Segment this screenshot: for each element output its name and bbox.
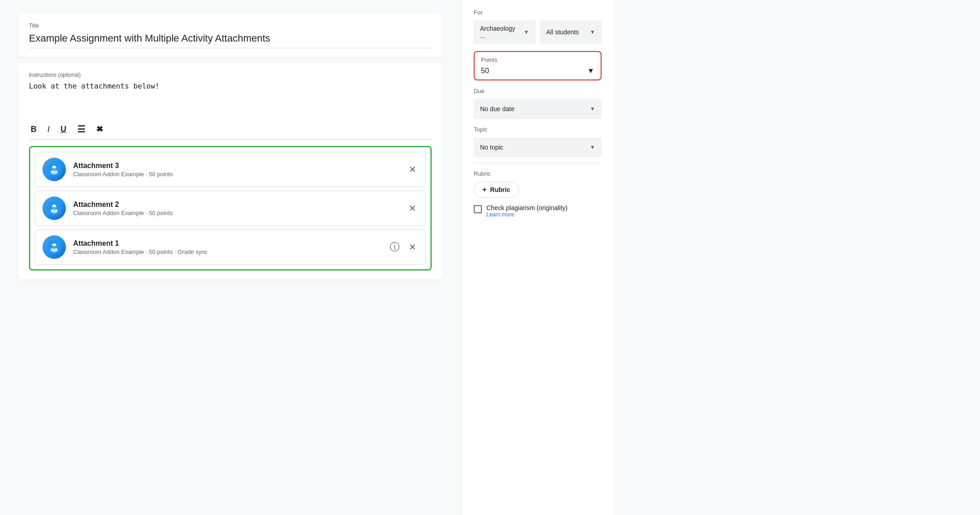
attachment-3-actions: ✕ bbox=[407, 163, 418, 176]
class-select[interactable]: Archaeology ... ▼ bbox=[474, 20, 536, 44]
title-label: Title bbox=[29, 23, 432, 29]
attachment-3-sub: Classroom Addon Example · 50 points bbox=[73, 171, 400, 178]
svg-point-11 bbox=[54, 208, 55, 209]
info-attachment-1-button[interactable]: ⓘ bbox=[388, 240, 401, 254]
for-label: For bbox=[474, 9, 602, 16]
class-value: Archaeology ... bbox=[480, 25, 520, 39]
addon-icon-3 bbox=[42, 158, 66, 181]
addon-icon-2 bbox=[42, 197, 66, 220]
divider-1 bbox=[474, 163, 602, 163]
svg-point-17 bbox=[54, 247, 55, 248]
underline-button[interactable]: U bbox=[59, 123, 68, 135]
attachment-3-info: Attachment 3 Classroom Addon Example · 5… bbox=[73, 162, 400, 178]
points-box: Points 50 ▼ bbox=[474, 51, 602, 80]
due-chevron-icon: ▼ bbox=[590, 106, 595, 112]
attachment-1-sub: Classroom Addon Example · 50 points · Gr… bbox=[73, 248, 381, 255]
points-select[interactable]: 50 ▼ bbox=[481, 67, 594, 75]
plagiarism-row: Check plagiarism (originality) Learn mor… bbox=[474, 204, 602, 218]
students-select[interactable]: All students ▼ bbox=[540, 20, 602, 44]
remove-attachment-1-button[interactable]: ✕ bbox=[407, 241, 418, 253]
students-value: All students bbox=[546, 28, 579, 36]
clear-format-button[interactable]: ✖ bbox=[94, 123, 105, 135]
points-chevron-icon: ▼ bbox=[587, 67, 594, 75]
points-label: Points bbox=[481, 56, 594, 63]
italic-button[interactable]: I bbox=[46, 123, 51, 135]
rubric-plus-icon: + bbox=[482, 186, 486, 194]
remove-attachment-3-button[interactable]: ✕ bbox=[407, 163, 418, 176]
svg-point-5 bbox=[54, 169, 55, 170]
plagiarism-label: Check plagiarism (originality) bbox=[486, 204, 568, 211]
rubric-label: Rubric bbox=[474, 170, 602, 177]
class-chevron-icon: ▼ bbox=[524, 29, 529, 35]
attachment-2-actions: ✕ bbox=[407, 202, 418, 215]
plagiarism-info: Check plagiarism (originality) Learn mor… bbox=[486, 204, 568, 218]
list-button[interactable]: ☰ bbox=[75, 123, 87, 136]
attachment-card-2: Attachment 2 Classroom Addon Example · 5… bbox=[35, 191, 426, 226]
attachment-2-name: Attachment 2 bbox=[73, 201, 400, 209]
topic-select[interactable]: No topic ▼ bbox=[474, 137, 602, 157]
instructions-label: Instructions (optional) bbox=[29, 72, 432, 78]
formatting-toolbar: B I U ☰ ✖ bbox=[29, 117, 432, 140]
addon-icon-1 bbox=[42, 235, 66, 259]
due-value: No due date bbox=[480, 105, 514, 112]
attachment-card-1: Attachment 1 Classroom Addon Example · 5… bbox=[35, 229, 426, 265]
points-value: 50 bbox=[481, 67, 489, 75]
right-panel: For Archaeology ... ▼ All students ▼ Poi… bbox=[461, 0, 614, 515]
attachment-card-3: Attachment 3 Classroom Addon Example · 5… bbox=[35, 152, 426, 187]
attachment-1-actions: ⓘ ✕ bbox=[388, 240, 418, 254]
due-label: Due bbox=[474, 88, 602, 94]
topic-value: No topic bbox=[480, 144, 503, 151]
attachment-1-info: Attachment 1 Classroom Addon Example · 5… bbox=[73, 239, 381, 255]
students-chevron-icon: ▼ bbox=[590, 29, 595, 35]
learn-more-link[interactable]: Learn more bbox=[486, 211, 568, 218]
rubric-btn-label: Rubric bbox=[490, 186, 510, 193]
plagiarism-checkbox[interactable] bbox=[474, 205, 482, 213]
instructions-input[interactable] bbox=[29, 80, 432, 116]
topic-chevron-icon: ▼ bbox=[590, 144, 595, 150]
attachment-1-name: Attachment 1 bbox=[73, 239, 381, 248]
attachment-2-info: Attachment 2 Classroom Addon Example · 5… bbox=[73, 201, 400, 216]
attachment-2-sub: Classroom Addon Example · 50 points bbox=[73, 210, 400, 216]
bold-button[interactable]: B bbox=[29, 123, 38, 135]
attachment-3-name: Attachment 3 bbox=[73, 162, 400, 170]
attachments-area: Attachment 3 Classroom Addon Example · 5… bbox=[29, 146, 432, 271]
remove-attachment-2-button[interactable]: ✕ bbox=[407, 202, 418, 215]
title-input[interactable] bbox=[29, 31, 432, 48]
topic-label: Topic bbox=[474, 126, 602, 133]
for-row: Archaeology ... ▼ All students ▼ bbox=[474, 20, 602, 44]
due-select[interactable]: No due date ▼ bbox=[474, 99, 602, 119]
add-rubric-button[interactable]: + Rubric bbox=[474, 182, 519, 198]
